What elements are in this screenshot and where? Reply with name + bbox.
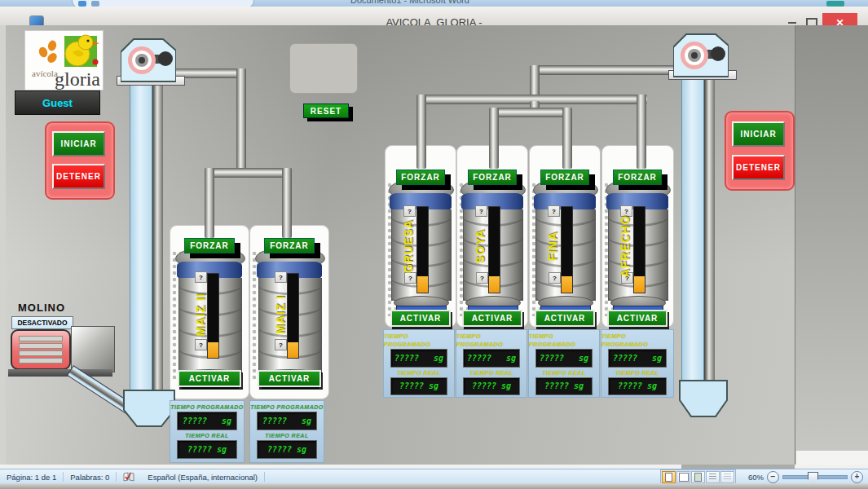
mill-base: [8, 369, 112, 377]
activar-button-maiz-i[interactable]: ACTIVAR: [258, 370, 321, 387]
silo-panel-afrecho: ? ? AFRECHO FORZAR ACTIVAR: [601, 145, 674, 328]
elevator-motor-right: [673, 33, 729, 82]
logo-chick-graphic: avícola gloria: [25, 31, 103, 90]
window-right-margin: [795, 25, 868, 465]
tiempo-real-label: TIEMPO REAL: [542, 369, 585, 377]
molino-status-badge: DESACTIVADO: [11, 316, 73, 329]
activar-button-fina[interactable]: ACTIVAR: [535, 310, 595, 327]
zoom-slider[interactable]: [782, 475, 848, 479]
elevator-motor-left: [121, 37, 176, 86]
word-window-sliver: Documento1 - Microsoft Word: [0, 0, 868, 7]
print-layout-view-button[interactable]: [662, 471, 676, 483]
user-badge: Guest: [15, 90, 100, 115]
outline-view-button[interactable]: [706, 471, 720, 483]
pipe-segment: [282, 168, 292, 238]
svg-text:gloria: gloria: [55, 68, 100, 90]
tiempo-programado-display: ????? sg: [257, 412, 317, 430]
silo-name: FINA: [546, 209, 559, 283]
activar-button-gruesa[interactable]: ACTIVAR: [390, 310, 451, 327]
word-count[interactable]: Palabras: 0: [64, 469, 116, 484]
page-count[interactable]: Página: 1 de 1: [0, 469, 63, 484]
word-status-bar: Página: 1 de 1 Palabras: 0 Español (Espa…: [0, 469, 868, 484]
mill-hopper: [71, 326, 115, 372]
pipe-segment: [536, 65, 680, 75]
activar-button-maiz-ii[interactable]: ACTIVAR: [178, 370, 241, 387]
mill-roller: [19, 336, 63, 341]
level-fill: [489, 276, 500, 293]
tiempo-programado-display: ????? sg: [535, 349, 593, 368]
level-fill: [208, 342, 218, 358]
silo-name: MAIZ II: [194, 278, 207, 351]
blank-indicator-panel: [289, 43, 358, 94]
pipe-segment: [489, 108, 499, 169]
right-control-panel: INICIAR DETENER: [725, 111, 795, 191]
activar-button-soya[interactable]: ACTIVAR: [462, 310, 522, 327]
pipe-segment: [205, 168, 214, 238]
window-bottom-edge: [0, 483, 868, 489]
tiempo-programado-label: TIEMPO PROGRAMADO: [601, 333, 673, 349]
screen: Documento1 - Microsoft Word AVICOLA GLOR…: [0, 0, 868, 489]
pipe-segment: [416, 95, 426, 169]
silo-panel-maiz-ii: ? ? MAIZ II FORZAR ACTIVAR: [170, 225, 249, 399]
window-left-edge: [0, 25, 6, 465]
pipe-segment: [205, 168, 292, 178]
bucket-elevator-right: [681, 78, 704, 382]
elevator-pipe-left: [152, 80, 163, 390]
elevator-pipe-right: [704, 78, 715, 381]
silo-panel-soya: ? ? SOYA FORZAR ACTIVAR: [456, 145, 528, 328]
tiempo-real-label: TIEMPO REAL: [469, 369, 513, 377]
tiempo-real-display: ????? sg: [463, 377, 521, 396]
pipe-segment: [236, 68, 246, 174]
level-fill: [634, 276, 645, 293]
minimize-icon: [788, 22, 796, 24]
iniciar-button-right[interactable]: INICIAR: [732, 121, 785, 147]
forzar-button-soya[interactable]: FORZAR: [468, 170, 517, 185]
fullscreen-reading-view-button[interactable]: [676, 471, 690, 483]
forzar-button-fina[interactable]: FORZAR: [540, 170, 589, 185]
reset-button[interactable]: RESET: [303, 104, 349, 118]
mill-roller: [19, 343, 63, 349]
detener-button-left[interactable]: DETENER: [52, 164, 105, 189]
timer-panel-maiz-ii: TIEMPO PROGRAMADO ????? sg TIEMPO REAL ?…: [170, 400, 245, 463]
tiempo-programado-label: TIEMPO PROGRAMADO: [250, 403, 323, 412]
mill-roller: [19, 358, 63, 363]
titlebar: AVICOLA GLORIA - ✕: [0, 7, 868, 26]
tiempo-programado-label: TIEMPO PROGRAMADO: [170, 403, 243, 412]
detener-button-right[interactable]: DETENER: [732, 155, 785, 180]
tiempo-programado-display: ????? sg: [463, 349, 521, 368]
view-switcher: [660, 469, 736, 485]
language-status[interactable]: Español (España, internacional): [141, 469, 264, 484]
document-corner: [796, 451, 868, 465]
iniciar-button-left[interactable]: INICIAR: [52, 131, 105, 156]
tiempo-programado-label: TIEMPO PROGRAMADO: [456, 333, 527, 349]
activar-button-afrecho[interactable]: ACTIVAR: [607, 310, 668, 327]
tiempo-programado-label: TIEMPO PROGRAMADO: [384, 333, 454, 349]
timer-panel-afrecho: TIEMPO PROGRAMADO ????? sg TIEMPO REAL ?…: [601, 329, 674, 398]
draft-view-button[interactable]: [720, 471, 734, 483]
forzar-button-gruesa[interactable]: FORZAR: [396, 170, 445, 185]
pipe-segment: [562, 108, 572, 169]
zoom-level[interactable]: 60%: [739, 473, 764, 482]
elevator-boot-right: [678, 379, 729, 421]
timer-panel-soya: TIEMPO PROGRAMADO ????? sg TIEMPO REAL ?…: [456, 329, 527, 398]
pipe-segment: [637, 95, 646, 169]
word-window-title: Documento1 - Microsoft Word: [350, 0, 530, 7]
tiempo-real-label: TIEMPO REAL: [615, 369, 659, 377]
tiempo-programado-display: ????? sg: [608, 349, 667, 368]
mill-graphic: [11, 329, 71, 370]
spellcheck-icon[interactable]: [117, 469, 141, 484]
silo-panel-maiz-i: ? ? MAIZ I FORZAR ACTIVAR: [249, 225, 329, 399]
zoom-in-button[interactable]: +: [851, 471, 863, 483]
web-layout-view-button[interactable]: [691, 471, 705, 483]
zoom-out-button[interactable]: −: [767, 471, 779, 483]
timer-panel-gruesa: TIEMPO PROGRAMADO ????? sg TIEMPO REAL ?…: [383, 329, 455, 398]
silo-name: GRUESA: [402, 209, 415, 283]
silo-name: MAIZ I: [274, 278, 287, 351]
forzar-button-maiz-ii[interactable]: FORZAR: [184, 238, 235, 253]
level-fill: [417, 276, 428, 293]
forzar-button-maiz-i[interactable]: FORZAR: [264, 238, 315, 253]
level-bar: [633, 206, 645, 293]
tiempo-real-display: ????? sg: [257, 440, 317, 459]
mill-roller: [19, 350, 63, 356]
forzar-button-afrecho[interactable]: FORZAR: [613, 170, 662, 185]
